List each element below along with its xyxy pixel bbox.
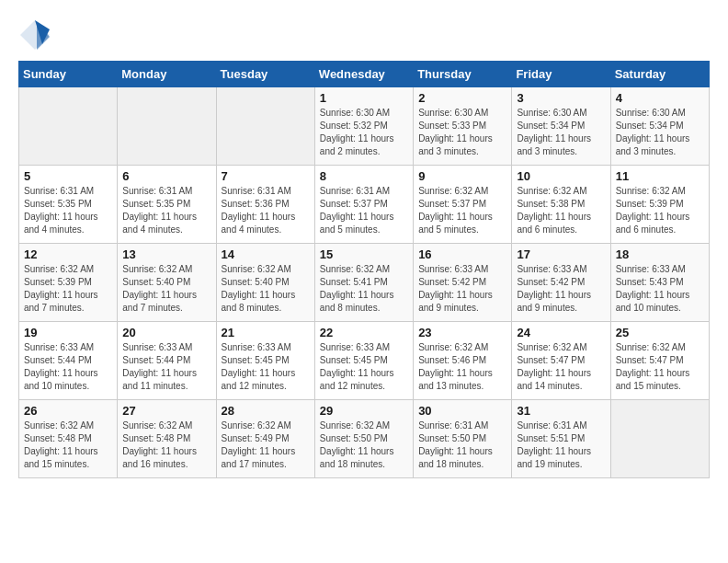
day-number: 16 xyxy=(418,247,506,261)
day-info: Sunrise: 6:31 AM Sunset: 5:51 PM Dayligh… xyxy=(517,419,605,471)
day-number: 7 xyxy=(222,169,310,183)
day-info: Sunrise: 6:30 AM Sunset: 5:32 PM Dayligh… xyxy=(320,107,408,158)
day-number: 31 xyxy=(517,404,605,418)
calendar-cell: 1Sunrise: 6:30 AM Sunset: 5:32 PM Daylig… xyxy=(314,87,413,166)
calendar-cell: 10Sunrise: 6:32 AM Sunset: 5:38 PM Dayli… xyxy=(512,166,610,244)
day-info: Sunrise: 6:32 AM Sunset: 5:40 PM Dayligh… xyxy=(222,263,310,315)
day-info: Sunrise: 6:32 AM Sunset: 5:48 PM Dayligh… xyxy=(24,419,112,471)
day-number: 26 xyxy=(24,404,112,418)
day-number: 27 xyxy=(122,404,210,418)
day-info: Sunrise: 6:32 AM Sunset: 5:47 PM Dayligh… xyxy=(616,341,704,393)
header-day-wednesday: Wednesday xyxy=(314,62,413,87)
day-number: 2 xyxy=(418,91,506,105)
day-number: 11 xyxy=(616,169,704,183)
day-number: 15 xyxy=(320,247,408,261)
calendar-cell: 8Sunrise: 6:31 AM Sunset: 5:37 PM Daylig… xyxy=(314,166,413,244)
header-row: SundayMondayTuesdayWednesdayThursdayFrid… xyxy=(19,62,710,87)
day-info: Sunrise: 6:32 AM Sunset: 5:49 PM Dayligh… xyxy=(222,419,310,471)
day-number: 18 xyxy=(616,247,704,261)
day-number: 4 xyxy=(616,91,704,105)
calendar-cell: 27Sunrise: 6:32 AM Sunset: 5:48 PM Dayli… xyxy=(118,400,216,478)
calendar-table: SundayMondayTuesdayWednesdayThursdayFrid… xyxy=(18,61,710,478)
calendar-cell xyxy=(19,87,118,166)
calendar-cell: 17Sunrise: 6:33 AM Sunset: 5:42 PM Dayli… xyxy=(512,244,610,322)
day-info: Sunrise: 6:30 AM Sunset: 5:34 PM Dayligh… xyxy=(616,107,704,158)
page-header xyxy=(18,18,710,52)
calendar-cell: 31Sunrise: 6:31 AM Sunset: 5:51 PM Dayli… xyxy=(512,400,610,478)
day-info: Sunrise: 6:31 AM Sunset: 5:50 PM Dayligh… xyxy=(418,419,506,471)
day-info: Sunrise: 6:32 AM Sunset: 5:39 PM Dayligh… xyxy=(24,263,112,315)
calendar-cell xyxy=(216,87,314,166)
day-number: 3 xyxy=(517,91,605,105)
calendar-cell: 22Sunrise: 6:33 AM Sunset: 5:45 PM Dayli… xyxy=(314,322,413,400)
logo xyxy=(18,18,57,52)
day-info: Sunrise: 6:32 AM Sunset: 5:41 PM Dayligh… xyxy=(320,263,408,315)
week-row-5: 26Sunrise: 6:32 AM Sunset: 5:48 PM Dayli… xyxy=(19,400,710,478)
day-info: Sunrise: 6:32 AM Sunset: 5:50 PM Dayligh… xyxy=(320,419,408,471)
header-day-friday: Friday xyxy=(512,62,610,87)
day-info: Sunrise: 6:32 AM Sunset: 5:38 PM Dayligh… xyxy=(517,185,605,236)
calendar-cell xyxy=(610,400,709,478)
day-info: Sunrise: 6:33 AM Sunset: 5:44 PM Dayligh… xyxy=(122,341,210,393)
day-number: 23 xyxy=(418,326,506,339)
day-number: 5 xyxy=(24,169,112,183)
calendar-cell: 29Sunrise: 6:32 AM Sunset: 5:50 PM Dayli… xyxy=(314,400,413,478)
calendar-cell: 9Sunrise: 6:32 AM Sunset: 5:37 PM Daylig… xyxy=(414,166,512,244)
calendar-cell: 19Sunrise: 6:33 AM Sunset: 5:44 PM Dayli… xyxy=(19,322,118,400)
calendar-cell: 15Sunrise: 6:32 AM Sunset: 5:41 PM Dayli… xyxy=(314,244,413,322)
calendar-cell: 4Sunrise: 6:30 AM Sunset: 5:34 PM Daylig… xyxy=(610,87,709,166)
day-info: Sunrise: 6:33 AM Sunset: 5:42 PM Dayligh… xyxy=(418,263,506,315)
day-info: Sunrise: 6:31 AM Sunset: 5:35 PM Dayligh… xyxy=(122,185,210,236)
day-number: 20 xyxy=(122,326,210,339)
day-number: 9 xyxy=(418,169,506,183)
calendar-body: 1Sunrise: 6:30 AM Sunset: 5:32 PM Daylig… xyxy=(19,87,710,478)
calendar-cell: 21Sunrise: 6:33 AM Sunset: 5:45 PM Dayli… xyxy=(216,322,314,400)
week-row-4: 19Sunrise: 6:33 AM Sunset: 5:44 PM Dayli… xyxy=(19,322,710,400)
header-day-sunday: Sunday xyxy=(19,62,118,87)
day-info: Sunrise: 6:33 AM Sunset: 5:44 PM Dayligh… xyxy=(24,341,112,393)
week-row-1: 1Sunrise: 6:30 AM Sunset: 5:32 PM Daylig… xyxy=(19,87,710,166)
calendar-cell: 3Sunrise: 6:30 AM Sunset: 5:34 PM Daylig… xyxy=(512,87,610,166)
day-info: Sunrise: 6:30 AM Sunset: 5:33 PM Dayligh… xyxy=(418,107,506,158)
header-day-thursday: Thursday xyxy=(414,62,512,87)
day-number: 1 xyxy=(320,91,408,105)
day-number: 24 xyxy=(517,326,605,339)
week-row-3: 12Sunrise: 6:32 AM Sunset: 5:39 PM Dayli… xyxy=(19,244,710,322)
day-info: Sunrise: 6:31 AM Sunset: 5:35 PM Dayligh… xyxy=(24,185,112,236)
day-info: Sunrise: 6:32 AM Sunset: 5:37 PM Dayligh… xyxy=(418,185,506,236)
calendar-cell xyxy=(118,87,216,166)
day-info: Sunrise: 6:32 AM Sunset: 5:40 PM Dayligh… xyxy=(122,263,210,315)
day-info: Sunrise: 6:32 AM Sunset: 5:46 PM Dayligh… xyxy=(418,341,506,393)
calendar-cell: 14Sunrise: 6:32 AM Sunset: 5:40 PM Dayli… xyxy=(216,244,314,322)
day-number: 29 xyxy=(320,404,408,418)
day-number: 19 xyxy=(24,326,112,339)
calendar-header: SundayMondayTuesdayWednesdayThursdayFrid… xyxy=(19,62,710,87)
calendar-cell: 6Sunrise: 6:31 AM Sunset: 5:35 PM Daylig… xyxy=(118,166,216,244)
day-info: Sunrise: 6:33 AM Sunset: 5:45 PM Dayligh… xyxy=(222,341,310,393)
day-info: Sunrise: 6:33 AM Sunset: 5:45 PM Dayligh… xyxy=(320,341,408,393)
day-number: 6 xyxy=(122,169,210,183)
calendar-cell: 11Sunrise: 6:32 AM Sunset: 5:39 PM Dayli… xyxy=(610,166,709,244)
day-number: 30 xyxy=(418,404,506,418)
calendar-cell: 18Sunrise: 6:33 AM Sunset: 5:43 PM Dayli… xyxy=(610,244,709,322)
week-row-2: 5Sunrise: 6:31 AM Sunset: 5:35 PM Daylig… xyxy=(19,166,710,244)
day-number: 17 xyxy=(517,247,605,261)
day-number: 21 xyxy=(222,326,310,339)
calendar-cell: 12Sunrise: 6:32 AM Sunset: 5:39 PM Dayli… xyxy=(19,244,118,322)
header-day-monday: Monday xyxy=(118,62,216,87)
calendar-cell: 24Sunrise: 6:32 AM Sunset: 5:47 PM Dayli… xyxy=(512,322,610,400)
day-number: 8 xyxy=(320,169,408,183)
logo-icon xyxy=(18,18,51,52)
calendar-cell: 5Sunrise: 6:31 AM Sunset: 5:35 PM Daylig… xyxy=(19,166,118,244)
day-info: Sunrise: 6:32 AM Sunset: 5:47 PM Dayligh… xyxy=(517,341,605,393)
day-number: 10 xyxy=(517,169,605,183)
day-info: Sunrise: 6:32 AM Sunset: 5:39 PM Dayligh… xyxy=(616,185,704,236)
day-info: Sunrise: 6:31 AM Sunset: 5:36 PM Dayligh… xyxy=(222,185,310,236)
day-info: Sunrise: 6:32 AM Sunset: 5:48 PM Dayligh… xyxy=(122,419,210,471)
day-info: Sunrise: 6:30 AM Sunset: 5:34 PM Dayligh… xyxy=(517,107,605,158)
calendar-cell: 28Sunrise: 6:32 AM Sunset: 5:49 PM Dayli… xyxy=(216,400,314,478)
calendar-cell: 13Sunrise: 6:32 AM Sunset: 5:40 PM Dayli… xyxy=(118,244,216,322)
day-number: 25 xyxy=(616,326,704,339)
calendar-cell: 26Sunrise: 6:32 AM Sunset: 5:48 PM Dayli… xyxy=(19,400,118,478)
header-day-saturday: Saturday xyxy=(610,62,709,87)
